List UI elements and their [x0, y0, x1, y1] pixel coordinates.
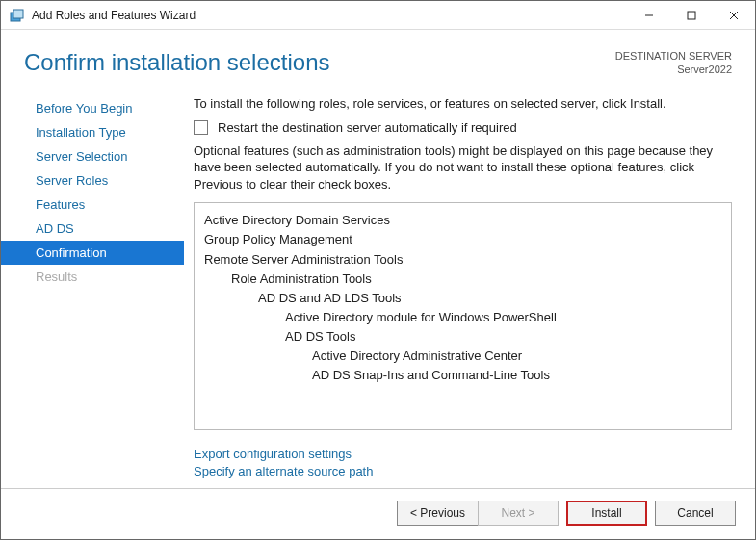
destination-label: DESTINATION SERVER: [615, 49, 732, 63]
feature-item: Active Directory module for Windows Powe…: [204, 308, 721, 327]
install-button[interactable]: Install: [566, 501, 647, 526]
previous-button[interactable]: < Previous: [397, 501, 478, 526]
feature-list: Active Directory Domain ServicesGroup Po…: [194, 202, 732, 429]
nav-item-server-roles[interactable]: Server Roles: [1, 168, 184, 193]
nav-item-before-you-begin[interactable]: Before You Begin: [1, 96, 184, 120]
feature-item: Remote Server Administration Tools: [204, 250, 721, 270]
export-config-link[interactable]: Export configuration settings: [194, 446, 732, 463]
action-links: Export configuration settings Specify an…: [194, 446, 732, 480]
nav-item-features[interactable]: Features: [1, 193, 184, 217]
wizard-window: Add Roles and Features Wizard Confirm in…: [0, 0, 756, 540]
nav-item-installation-type[interactable]: Installation Type: [1, 120, 184, 144]
svg-rect-3: [688, 12, 695, 19]
intro-text: To install the following roles, role ser…: [194, 96, 732, 111]
app-icon: [9, 7, 26, 24]
maximize-button[interactable]: [670, 1, 713, 30]
destination-server: DESTINATION SERVER Server2022: [615, 49, 732, 77]
nav-item-ad-ds[interactable]: AD DS: [1, 217, 184, 241]
restart-label: Restart the destination server automatic…: [218, 120, 517, 135]
optional-note: Optional features (such as administratio…: [194, 142, 732, 193]
page-header: Confirm installation selections DESTINAT…: [1, 30, 755, 89]
close-button[interactable]: [713, 1, 755, 30]
page-title: Confirm installation selections: [24, 49, 615, 76]
wizard-footer: < Previous Next > Install Cancel: [1, 488, 755, 539]
wizard-nav: Before You BeginInstallation TypeServer …: [1, 89, 184, 488]
feature-item: Active Directory Administrative Center: [204, 347, 721, 366]
restart-option[interactable]: Restart the destination server automatic…: [194, 120, 732, 135]
main-content: To install the following roles, role ser…: [184, 89, 755, 488]
window-title: Add Roles and Features Wizard: [32, 9, 628, 22]
cancel-button[interactable]: Cancel: [655, 501, 736, 526]
feature-item: Group Policy Management: [204, 230, 721, 249]
minimize-button[interactable]: [628, 1, 670, 30]
destination-value: Server2022: [615, 63, 732, 76]
nav-item-confirmation[interactable]: Confirmation: [1, 241, 184, 265]
feature-item: Role Administration Tools: [204, 270, 721, 289]
titlebar: Add Roles and Features Wizard: [1, 1, 755, 30]
restart-checkbox[interactable]: [194, 120, 208, 135]
nav-button-group: < Previous Next >: [397, 501, 559, 526]
feature-item: AD DS Snap-Ins and Command-Line Tools: [204, 366, 721, 385]
svg-rect-1: [13, 10, 23, 18]
feature-item: Active Directory Domain Services: [204, 211, 721, 230]
feature-item: AD DS and AD LDS Tools: [204, 289, 721, 308]
alternate-source-link[interactable]: Specify an alternate source path: [194, 463, 732, 480]
nav-item-results: Results: [1, 265, 184, 289]
nav-item-server-selection[interactable]: Server Selection: [1, 144, 184, 168]
window-controls: [628, 1, 755, 30]
wizard-body: Before You BeginInstallation TypeServer …: [1, 89, 755, 488]
next-button: Next >: [478, 501, 559, 526]
feature-item: AD DS Tools: [204, 327, 721, 347]
